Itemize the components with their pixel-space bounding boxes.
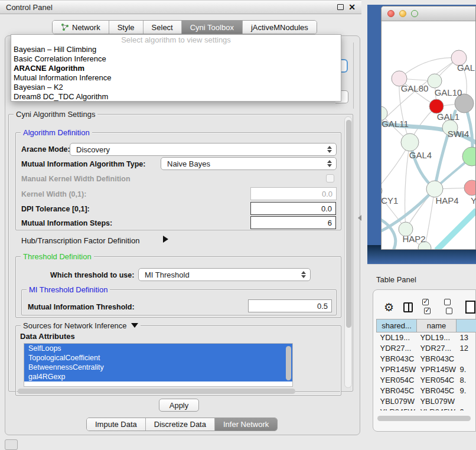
node-gal4[interactable] (401, 133, 419, 151)
list-item-betweennesscentrality[interactable]: BetweennessCentrality (24, 363, 292, 372)
network-window: GAL GAL80 GAL10 GAL1 GAL11 SWI4 GAL4 GCY… (381, 6, 476, 250)
expand-arrow-icon[interactable] (163, 236, 168, 243)
dropdown-item-bayesian-hill[interactable]: Bayesian – Hill Climbing (11, 45, 341, 54)
node-label: SWI4 (448, 129, 470, 139)
bottom-tabs: Impute Data Discretize Data Infer Networ… (86, 418, 278, 431)
data-attributes-list[interactable]: SelfLoops TopologicalCoefficient Between… (24, 343, 293, 387)
tab-cyni-toolbox[interactable]: Cyni Toolbox (182, 21, 243, 34)
mi-algorithm-type-label: Mutual Information Algorithm Type: (21, 160, 145, 168)
table-row[interactable]: YBR043CYBR043C (377, 354, 476, 364)
splitter-collapse-icon[interactable] (358, 215, 361, 221)
node-label: HAP2 (402, 234, 425, 244)
screen: Control Panel ✕ Network Style Select Cyn… (0, 0, 476, 450)
network-window-titlebar[interactable] (382, 6, 475, 21)
hidden-groupbox-fragment (353, 43, 354, 109)
data-attributes-label: Data Attributes (20, 332, 75, 341)
tab-discretize-data[interactable]: Discretize Data (146, 418, 215, 431)
table-row[interactable]: YPR145WYPR145W9. (377, 364, 476, 375)
node-label: Y (471, 195, 476, 206)
column-layout-icon[interactable] (403, 302, 413, 312)
table-panel-box: ⚙ shared... name YDL19...YDL19...13 YDR2… (373, 289, 476, 432)
table-row[interactable]: YBL079WYBL079W (377, 396, 476, 407)
tab-impute-data[interactable]: Impute Data (87, 418, 146, 431)
column-header-shared-name[interactable]: shared... (377, 319, 417, 332)
mi-steps-field[interactable]: 6 (250, 216, 336, 229)
control-panel-tabs: Network Style Select Cyni Toolbox jActiv… (52, 20, 317, 34)
network-canvas[interactable]: GAL GAL80 GAL10 GAL1 GAL11 SWI4 GAL4 GCY… (382, 21, 476, 250)
zoom-traffic-light-icon[interactable] (411, 10, 418, 17)
node-label: GAL4 (409, 150, 432, 160)
column-header-name[interactable]: name (416, 319, 456, 332)
dropdown-item-mutual-information[interactable]: Mutual Information Inference (11, 73, 341, 83)
close-traffic-light-icon[interactable] (387, 10, 395, 17)
highlighted-edge[interactable] (436, 210, 476, 250)
list-item-topologicalcoefficient[interactable]: TopologicalCoefficient (24, 353, 292, 363)
spinner-arrows-icon (327, 159, 332, 168)
spinner-arrows-icon (327, 145, 332, 154)
dropdown-prompt: Select algorithm to view settings (11, 35, 341, 45)
aracne-mode-label: Aracne Mode: (21, 145, 70, 154)
node-label: GCY1 (382, 195, 398, 206)
gear-icon[interactable]: ⚙ (384, 302, 394, 313)
node-label: GAL11 (382, 119, 409, 129)
minimize-traffic-light-icon[interactable] (399, 10, 406, 17)
mi-threshold-label: Mutual Information Threshold: (28, 303, 135, 311)
list-item-selfloops[interactable]: SelfLoops (24, 344, 292, 353)
node-attribute-table: shared... name YDL19...YDL19...13 YDR27.… (376, 319, 476, 410)
list-scrollbar-thumb[interactable] (286, 346, 291, 380)
settings-group-title: Cyni Algorithm Settings (14, 110, 97, 119)
table-panel-titlebar: Table Panel (367, 264, 476, 289)
collapsed-panel-button[interactable] (5, 439, 18, 450)
deselect-all-checkboxes-icon[interactable] (444, 298, 456, 316)
network-icon (61, 23, 69, 31)
node-salmon[interactable] (464, 180, 476, 195)
table-hscrollbar-thumb[interactable] (377, 416, 471, 421)
settings-scrollbar-thumb[interactable] (346, 120, 351, 328)
which-threshold-label: Which threshold to use: (50, 271, 134, 279)
close-icon[interactable]: ✕ (348, 4, 356, 10)
node-label: GAL1 (437, 112, 459, 122)
tab-select[interactable]: Select (144, 21, 182, 34)
tab-network[interactable]: Network (53, 21, 109, 34)
hub-definition-label: Hub/Transcription Factor Definition (21, 236, 139, 245)
manual-kernel-checkbox[interactable] (326, 174, 334, 182)
table-row[interactable]: YDL19...YDL19...13 (377, 332, 476, 343)
float-window-icon[interactable] (337, 4, 344, 10)
tab-jactivemnodules[interactable]: jActiveMNodules (243, 21, 317, 34)
list-item-gal4rgexp[interactable]: gal4RGexp (24, 372, 292, 381)
table-row[interactable]: YDR27...YDR27...12 (377, 343, 476, 354)
mi-threshold-field[interactable]: 0.5 (248, 299, 332, 312)
node-label: GAL80 (401, 83, 429, 93)
new-table-icon[interactable] (465, 301, 475, 314)
table-row[interactable]: YER054CYER054C8. (377, 375, 476, 386)
dropdown-item-aracne[interactable]: ARACNE Algorithm (11, 64, 341, 73)
tab-infer-network[interactable]: Infer Network (215, 418, 277, 431)
dropdown-item-dream8[interactable]: Dream8 DC_TDC Algorithm (11, 92, 341, 102)
kernel-width-label: Kernel Width (0,1): (21, 190, 86, 198)
select-all-checkboxes-icon[interactable] (422, 298, 434, 316)
node-label: GAL10 (435, 87, 462, 97)
table-row[interactable]: YLR345WYLR345W9. (377, 407, 476, 411)
sources-hscrollbar-thumb[interactable] (18, 389, 295, 394)
dropdown-item-basic-correlation[interactable]: Basic Correlation Inference (11, 54, 341, 64)
which-threshold-combobox[interactable]: MI Threshold (138, 268, 311, 281)
node-hap4[interactable] (426, 181, 443, 197)
node-label: HAP4 (435, 195, 458, 206)
tab-style[interactable]: Style (109, 21, 144, 34)
spinner-arrows-icon (301, 270, 307, 279)
dpi-tolerance-label: DPI Tolerance [0,1]: (21, 205, 90, 213)
threshold-definition-title: Threshold Definition (21, 252, 94, 261)
aracne-mode-combobox[interactable]: Discovery (70, 143, 337, 156)
mi-steps-label: Mutual Information Steps: (21, 219, 112, 227)
table-panel-title: Table Panel (376, 275, 416, 284)
collapse-arrow-icon[interactable] (131, 323, 138, 328)
settings-scrollbar[interactable] (344, 116, 352, 388)
dpi-tolerance-field[interactable]: 0.0 (250, 202, 336, 215)
dropdown-item-bayesian-k2[interactable]: Bayesian – K2 (11, 83, 341, 92)
mi-algorithm-type-combobox[interactable]: Naive Bayes (161, 157, 337, 170)
node-gal10[interactable] (428, 74, 442, 88)
column-header-partial[interactable] (457, 319, 476, 332)
table-row[interactable]: YBR045CYBR045C9. (377, 386, 476, 396)
apply-button[interactable]: Apply (159, 399, 199, 412)
kernel-width-field[interactable]: 0.0 (250, 187, 337, 200)
